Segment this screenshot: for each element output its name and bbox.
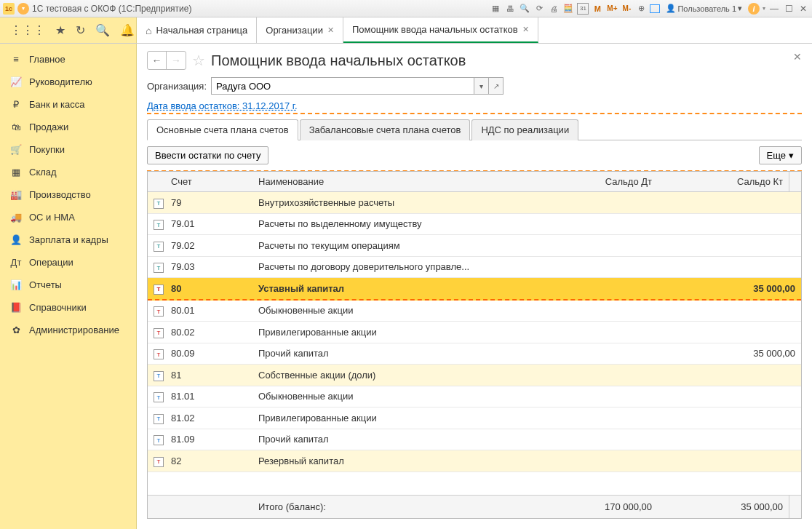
grid-icon[interactable]: ▦: [490, 3, 501, 15]
cell-credit: [670, 392, 801, 401]
cell-account: 81: [165, 365, 252, 385]
cell-account: 80.02: [165, 322, 252, 342]
tab-home-label: Начальная страница: [156, 25, 247, 36]
cell-name: Прочий капитал: [252, 429, 539, 449]
sidebar-label: Главное: [29, 54, 65, 65]
search-icon[interactable]: 🔍: [95, 23, 110, 37]
info-icon[interactable]: i: [748, 3, 760, 15]
user-menu[interactable]: 👤 Пользователь 1 ▾: [663, 4, 745, 13]
print-icon[interactable]: 🖶: [504, 3, 516, 15]
sidebar-item-7[interactable]: 🚚ОС и НМА: [0, 206, 136, 228]
table-row[interactable]: T81Собственные акции (доли): [148, 365, 801, 386]
sidebar-item-5[interactable]: ▦Склад: [0, 161, 136, 183]
table-body[interactable]: T79Внутрихозяйственные расчетыT79.01Расч…: [148, 192, 801, 495]
app-logo-icon: 1c: [3, 3, 15, 15]
zoom-icon[interactable]: ⊕: [635, 3, 647, 15]
cell-name: Резервный капитал: [252, 451, 539, 471]
app-menu-dropdown[interactable]: ▾: [17, 3, 29, 15]
footer-debit: 170 000,00: [527, 496, 658, 518]
tab-organizations[interactable]: Организации ✕: [257, 17, 343, 43]
minimize-button[interactable]: —: [768, 3, 780, 15]
favorite-star-icon[interactable]: ☆: [192, 52, 205, 69]
m-minus-icon[interactable]: M-: [621, 3, 632, 15]
col-debit[interactable]: Сальдо Дт: [527, 172, 658, 191]
account-type-icon: T: [154, 371, 164, 381]
enter-balance-button[interactable]: Ввести остатки по счету: [147, 146, 268, 164]
tab-home[interactable]: ⌂ Начальная страница: [137, 17, 257, 43]
cell-name: Расчеты по выделенному имуществу: [252, 214, 539, 234]
subtab-vat[interactable]: НДС по реализации: [471, 119, 578, 140]
sidebar-label: Зарплата и кадры: [29, 234, 108, 245]
cell-account: 81.01: [165, 386, 252, 406]
star-icon[interactable]: ★: [55, 23, 65, 37]
col-name[interactable]: Наименование: [252, 172, 527, 191]
cell-credit: [670, 306, 801, 315]
more-button[interactable]: Еще ▾: [759, 146, 802, 164]
sidebar-item-11[interactable]: 📕Справочники: [0, 296, 136, 319]
table-row[interactable]: T80.01Обыкновенные акции: [148, 301, 801, 322]
close-window-button[interactable]: ✕: [797, 3, 809, 15]
sidebar-item-1[interactable]: 📈Руководителю: [0, 71, 136, 93]
cell-account: 79.03: [165, 257, 252, 277]
subtab-offbalance[interactable]: Забалансовые счета плана счетов: [300, 119, 471, 140]
table-row[interactable]: T80.02Привилегированные акции: [148, 322, 801, 343]
sidebar-icon: ₽: [10, 99, 22, 110]
panel-icon[interactable]: [650, 4, 660, 13]
m-icon[interactable]: M: [592, 3, 603, 15]
account-type-icon: T: [154, 285, 164, 295]
close-icon[interactable]: ✕: [327, 25, 334, 35]
main-area: ≡Главное📈Руководителю₽Банк и касса🛍Прода…: [0, 44, 812, 529]
back-button[interactable]: ←: [148, 52, 167, 69]
window-title: 1C тестовая с ОКОФ (1С:Предприятие): [32, 4, 191, 14]
sidebar-icon: ▦: [10, 167, 22, 178]
apps-icon[interactable]: ⋮⋮⋮: [10, 23, 45, 37]
table-row[interactable]: T81.01Обыкновенные акции: [148, 386, 801, 408]
m-plus-icon[interactable]: M+: [606, 3, 618, 15]
cell-credit: [670, 413, 801, 422]
nav-tabs: ⌂ Начальная страница Организации ✕ Помощ…: [137, 17, 812, 43]
table-row[interactable]: T81.02Привилегированные акции: [148, 407, 801, 429]
table-row[interactable]: T79Внутрихозяйственные расчеты: [148, 192, 801, 214]
table-row[interactable]: T79.03Расчеты по договору доверительного…: [148, 257, 801, 279]
sidebar-item-10[interactable]: 📊Отчеты: [0, 274, 136, 296]
sidebar-item-8[interactable]: 👤Зарплата и кадры: [0, 228, 136, 251]
refresh-icon[interactable]: ⟳: [533, 3, 545, 15]
sidebar-item-2[interactable]: ₽Банк и касса: [0, 93, 136, 116]
sidebar-item-6[interactable]: 🏭Производство: [0, 183, 136, 206]
cell-debit: [539, 220, 670, 228]
account-type-icon: T: [154, 263, 164, 273]
search-doc-icon[interactable]: 🔍: [519, 3, 530, 15]
tab-assistant[interactable]: Помощник ввода начальных остатков ✕: [343, 17, 538, 43]
balance-date-link[interactable]: Дата ввода остатков: 31.12.2017 г.: [147, 100, 802, 114]
col-credit[interactable]: Сальдо Кт: [658, 172, 789, 191]
subtab-main-accounts[interactable]: Основные счета плана счетов: [147, 119, 298, 140]
forward-button[interactable]: →: [167, 52, 186, 69]
calendar-icon[interactable]: 31: [577, 3, 589, 15]
sidebar-label: Банк и касса: [29, 99, 85, 110]
table-row[interactable]: T80.09Прочий капитал35 000,00: [148, 343, 801, 365]
sidebar-item-0[interactable]: ≡Главное: [0, 48, 136, 71]
cell-name: Уставный капитал: [252, 279, 539, 298]
close-page-button[interactable]: ✕: [793, 51, 802, 63]
cell-credit: [670, 263, 801, 271]
account-type-icon: T: [154, 242, 164, 252]
table-row[interactable]: T82Резервный капитал: [148, 450, 801, 472]
col-account[interactable]: Счет: [165, 172, 252, 191]
sidebar-item-9[interactable]: ДтОперации: [0, 251, 136, 274]
sidebar-item-12[interactable]: ✿Администрирование: [0, 319, 136, 341]
dropdown-button[interactable]: ▾: [474, 78, 488, 94]
printer-icon[interactable]: 🖨: [548, 3, 560, 15]
sidebar-item-3[interactable]: 🛍Продажи: [0, 116, 136, 138]
close-icon[interactable]: ✕: [522, 25, 529, 34]
maximize-button[interactable]: ☐: [783, 3, 795, 15]
bell-icon[interactable]: 🔔: [120, 23, 135, 37]
table-row[interactable]: T80Уставный капитал35 000,00: [148, 278, 801, 301]
history-icon[interactable]: ↻: [76, 23, 85, 37]
sidebar-item-4[interactable]: 🛒Покупки: [0, 138, 136, 161]
table-row[interactable]: T79.02Расчеты по текущим операциям: [148, 235, 801, 257]
org-input[interactable]: [212, 78, 474, 94]
table-row[interactable]: T79.01Расчеты по выделенному имуществу: [148, 214, 801, 236]
calc-icon[interactable]: 🧮: [562, 3, 574, 15]
table-row[interactable]: T81.09Прочий капитал: [148, 429, 801, 451]
open-button[interactable]: ↗: [488, 78, 503, 94]
